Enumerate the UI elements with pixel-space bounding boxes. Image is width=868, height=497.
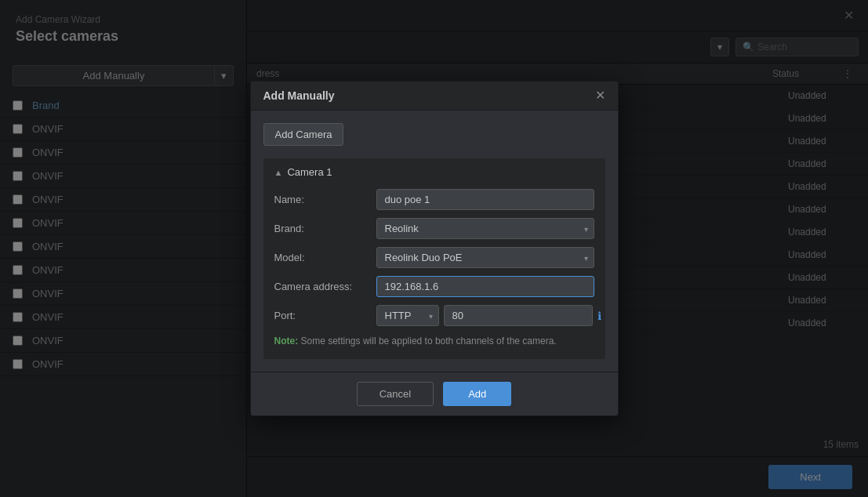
modal-header: Add Manually ✕ — [251, 82, 618, 111]
modal-footer: Cancel Add — [251, 372, 618, 415]
note-text: Note: Some settings will be applied to b… — [274, 334, 594, 348]
camera-section-title: Camera 1 — [287, 166, 332, 178]
note-label: Note: — [274, 336, 299, 346]
collapse-icon[interactable]: ▲ — [274, 168, 283, 177]
camera-section-header: ▲ Camera 1 — [274, 166, 594, 178]
modal-overlay: Add Manually ✕ Add Camera ▲ Camera 1 Nam… — [0, 0, 868, 497]
port-row: Port: HTTP HTTPS ▾ ℹ — [274, 305, 594, 326]
modal-close-button[interactable]: ✕ — [595, 89, 605, 102]
port-protocol-select[interactable]: HTTP HTTPS — [376, 305, 439, 326]
address-label: Camera address: — [274, 281, 376, 292]
model-select[interactable]: Reolink Duo PoE — [376, 247, 594, 268]
name-input[interactable] — [376, 189, 594, 210]
port-label: Port: — [274, 310, 376, 321]
brand-select-wrap: Reolink ONVIF Other ▾ — [376, 218, 594, 239]
brand-select[interactable]: Reolink ONVIF Other — [376, 218, 594, 239]
port-controls: HTTP HTTPS ▾ ℹ — [376, 305, 601, 326]
add-button[interactable]: Add — [443, 382, 511, 406]
model-label: Model: — [274, 252, 376, 263]
info-icon[interactable]: ℹ — [597, 310, 601, 322]
name-row: Name: — [274, 189, 594, 210]
note-content: Some settings will be applied to both ch… — [298, 336, 557, 346]
port-protocol-wrap: HTTP HTTPS ▾ — [376, 305, 439, 326]
add-camera-button[interactable]: Add Camera — [263, 123, 344, 146]
cancel-button[interactable]: Cancel — [357, 382, 434, 406]
port-input[interactable] — [444, 305, 593, 326]
model-row: Model: Reolink Duo PoE ▾ — [274, 247, 594, 268]
camera-section: ▲ Camera 1 Name: Brand: Reolink ONVIF — [263, 158, 605, 359]
brand-label: Brand: — [274, 223, 376, 234]
name-label: Name: — [274, 194, 376, 205]
address-row: Camera address: — [274, 276, 594, 297]
modal-body: Add Camera ▲ Camera 1 Name: Brand: Reol — [251, 111, 618, 372]
address-input[interactable] — [376, 276, 594, 297]
modal-title: Add Manually — [263, 89, 335, 102]
add-manually-modal: Add Manually ✕ Add Camera ▲ Camera 1 Nam… — [250, 81, 619, 416]
model-select-wrap: Reolink Duo PoE ▾ — [376, 247, 594, 268]
brand-row: Brand: Reolink ONVIF Other ▾ — [274, 218, 594, 239]
